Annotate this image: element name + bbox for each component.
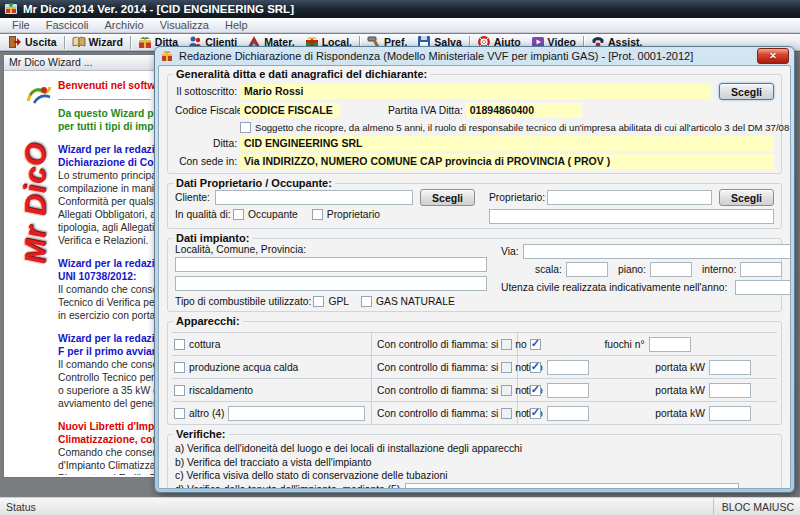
codice-fiscale-field[interactable]: CODICE FISCALE xyxy=(240,103,340,118)
occupante-label: Occupante xyxy=(248,209,298,220)
localita-field-1[interactable] xyxy=(175,257,487,272)
gpl-checkbox[interactable] xyxy=(313,296,324,307)
wizard-text: Tecnico di Verifica per i xyxy=(58,296,161,309)
group-generalita: Generalità ditta e dati anagrafici del d… xyxy=(167,74,782,174)
wizard-link[interactable]: Dichiarazione di Con xyxy=(58,156,161,169)
cliente-label: Cliente: xyxy=(175,192,215,203)
checkbox-riscaldamento[interactable] xyxy=(174,385,185,396)
group-apparecchi: Apparecchi: cotturaCon controllo di fiam… xyxy=(167,321,782,425)
status-text: Status xyxy=(6,501,36,513)
checkbox-altro-4[interactable] xyxy=(174,408,185,419)
toolbar-uscita[interactable]: Uscita xyxy=(3,35,62,50)
via-label: Via: xyxy=(501,246,523,257)
qualita-label: In qualità di: xyxy=(175,209,233,220)
fiamma-si-checkbox-3[interactable] xyxy=(501,385,512,396)
interno-field[interactable] xyxy=(740,262,782,277)
proprietario-field[interactable] xyxy=(547,190,712,205)
tenuta-mediante-field[interactable] xyxy=(405,483,739,490)
wizard-link[interactable]: Wizard per la redazi xyxy=(58,332,161,345)
portata-label: portata kW xyxy=(655,385,705,396)
tipo-field-2[interactable] xyxy=(547,360,589,375)
checkbox-cottura[interactable] xyxy=(174,339,185,350)
toolbar-separator xyxy=(130,36,131,49)
verifica-line-c: c) Verifica visiva dello stato di conser… xyxy=(175,469,774,483)
localita-label: Località, Comune, Provincia: xyxy=(175,244,487,255)
sede-field[interactable]: Via INDIRIZZO, NUMERO COMUNE CAP provinc… xyxy=(240,154,774,169)
fiamma-si-checkbox-1[interactable] xyxy=(501,339,512,350)
fiamma-label: Con controllo di fiamma: si xyxy=(377,362,498,373)
portata-label: portata kW xyxy=(655,362,705,373)
via-field[interactable] xyxy=(523,244,791,259)
portata-field-2[interactable] xyxy=(709,360,751,375)
menu-file[interactable]: File xyxy=(4,19,38,31)
wizard-text: Lo strumento principale xyxy=(58,169,161,182)
toolbar-label: Wizard xyxy=(89,36,123,48)
altro-input[interactable] xyxy=(228,406,365,421)
ditta-label: Ditta: xyxy=(175,138,237,149)
verifica-text: d) Verifica della tenuta dell'impianto, … xyxy=(175,483,400,489)
tipo-field-3[interactable] xyxy=(547,383,589,398)
checkbox-produzione-acqua-calda[interactable] xyxy=(174,362,185,373)
scala-field[interactable] xyxy=(566,262,608,277)
soggetto-label: Soggetto che ricopre, da almeno 5 anni, … xyxy=(255,122,791,133)
utenza-field[interactable] xyxy=(735,280,791,295)
group-verifiche: Verifiche: a) Verifica dell'idoneità del… xyxy=(167,434,782,489)
fiamma-label: Con controllo di fiamma: si xyxy=(377,408,498,419)
menu-visualizza[interactable]: Visualizza xyxy=(152,19,217,31)
occupante-checkbox[interactable] xyxy=(233,209,244,220)
portata-field-3[interactable] xyxy=(709,383,751,398)
verifica-line-a: a) Verifica dell'idoneità del luogo e de… xyxy=(175,442,774,456)
menu-help[interactable]: Help xyxy=(217,19,256,31)
app-icon xyxy=(4,2,18,16)
sottoscritto-label: Il sottoscritto: xyxy=(175,86,237,97)
menu-fascicoli[interactable]: Fascicoli xyxy=(38,19,97,31)
localita-field-2[interactable] xyxy=(175,276,487,291)
fuochi-field[interactable] xyxy=(649,337,691,352)
tipo-field-4[interactable] xyxy=(547,406,589,421)
fiamma-no-checkbox-3[interactable] xyxy=(530,385,541,396)
portata-label: portata kW xyxy=(655,408,705,419)
status-bar: Status BLOC MAIUSC xyxy=(0,497,800,515)
wizard-link[interactable]: Da questo Wizard po xyxy=(58,107,161,120)
utenza-label: Utenza civile realizzata indicativamente… xyxy=(501,282,727,293)
cliente-field[interactable] xyxy=(215,190,413,205)
ditta-field[interactable]: CID ENGINEERING SRL xyxy=(240,136,774,151)
fiamma-si-checkbox-2[interactable] xyxy=(501,362,512,373)
scegli-dichiarante-button[interactable]: Scegli xyxy=(719,83,774,100)
wizard-link[interactable]: Benvenuti nel softwa xyxy=(58,79,161,92)
wizard-link[interactable]: Wizard per la redazi xyxy=(58,143,161,156)
dialog-icon xyxy=(160,49,174,63)
close-icon[interactable]: ✕ xyxy=(757,48,789,64)
wizard-link[interactable]: F per il primo avviam xyxy=(58,345,161,358)
soggetto-checkbox[interactable] xyxy=(240,122,251,133)
piano-label: piano: xyxy=(618,264,646,275)
gas-naturale-checkbox[interactable] xyxy=(361,296,372,307)
fiamma-no-checkbox-4[interactable] xyxy=(530,408,541,419)
wizard-link[interactable]: per tutti i tipi di impia xyxy=(58,120,161,133)
codice-fiscale-label: Codice Fiscale: xyxy=(175,105,237,116)
fiamma-no-checkbox-1[interactable] xyxy=(530,339,541,350)
toolbar-wizard[interactable]: Wizard xyxy=(67,35,128,50)
wizard-text: Verifica e Relazioni. xyxy=(58,234,161,247)
partita-iva-field[interactable]: 01894860400 xyxy=(466,103,582,118)
portata-field-4[interactable] xyxy=(709,406,751,421)
sottoscritto-field[interactable]: Mario Rossi xyxy=(240,84,711,99)
wizard-link[interactable]: UNI 10738/2012: xyxy=(58,270,161,283)
scegli-cliente-button[interactable]: Scegli xyxy=(420,189,475,206)
mrdico-logo: Mr DicO xyxy=(18,119,54,287)
fiamma-no-checkbox-2[interactable] xyxy=(530,362,541,373)
menu-bar: FileFascicoliArchivioVisualizzaHelp xyxy=(0,18,800,33)
fiamma-si-checkbox-4[interactable] xyxy=(501,408,512,419)
scegli-proprietario-button[interactable]: Scegli xyxy=(719,189,774,206)
menu-archivio[interactable]: Archivio xyxy=(97,19,152,31)
wizard-link[interactable]: Wizard per la redazi xyxy=(58,257,161,270)
proprietario-checkbox[interactable] xyxy=(312,209,323,220)
wizard-text: Controllo Tecnico per Im xyxy=(58,371,161,384)
spacer xyxy=(58,247,161,257)
proprietario-extra-field[interactable] xyxy=(489,209,774,224)
apparecchio-row-riscaldamento: riscaldamentoCon controllo di fiamma: si… xyxy=(172,379,777,402)
piano-field[interactable] xyxy=(650,262,692,277)
wizard-link[interactable]: Nuovi Libretti d'Impia xyxy=(58,420,161,433)
wizard-text: avviamento del generat xyxy=(58,397,161,410)
wizard-link[interactable]: Climatizzazione, com xyxy=(58,433,161,446)
